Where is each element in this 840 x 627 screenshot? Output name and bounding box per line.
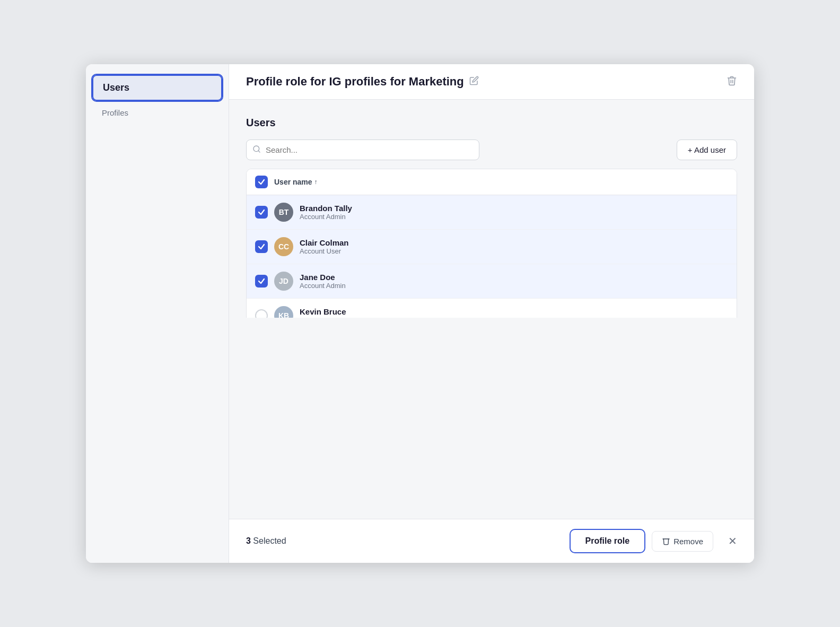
sidebar-item-profiles[interactable]: Profiles [86, 105, 229, 120]
table-header-row: User name ↑ [247, 169, 737, 195]
delete-icon[interactable] [727, 75, 737, 89]
add-user-label: + Add user [688, 145, 726, 154]
table-row: KB Kevin Bruce Account Admin [247, 299, 737, 318]
user-name: Jane Doe [300, 273, 346, 282]
avatar: JD [274, 272, 293, 291]
table-header-username: User name ↑ [274, 178, 318, 186]
main-content: Profile role for IG profiles for Marketi… [229, 64, 754, 563]
checkbox-unchecked[interactable] [255, 309, 268, 318]
checkbox-checked[interactable] [255, 275, 268, 288]
section-title: Users [246, 117, 737, 129]
user-role: Account User [300, 247, 349, 255]
user-info: Jane Doe Account Admin [300, 273, 346, 290]
row-checkbox-1[interactable] [255, 206, 274, 219]
user-role: Account Admin [300, 213, 352, 221]
svg-line-1 [258, 151, 260, 152]
header-checkbox[interactable] [255, 176, 268, 188]
add-user-button[interactable]: + Add user [677, 140, 737, 160]
users-table: User name ↑ BT [246, 169, 737, 318]
user-info: Kevin Bruce Account Admin [300, 307, 346, 318]
search-input[interactable] [246, 140, 479, 160]
remove-button[interactable]: Remove [652, 531, 713, 552]
edit-icon[interactable] [469, 76, 479, 88]
sort-icon[interactable]: ↑ [314, 178, 318, 186]
table-row: CC Clair Colman Account User [247, 230, 737, 264]
table-row: JD Jane Doe Account Admin [247, 264, 737, 299]
user-info: Brandon Tally Account Admin [300, 204, 352, 221]
main-layout: Users Profiles Profile role for IG profi… [86, 64, 754, 563]
profile-role-button[interactable]: Profile role [570, 529, 646, 553]
table-row: BT Brandon Tally Account Admin [247, 195, 737, 230]
user-name: Kevin Bruce [300, 307, 346, 316]
avatar: BT [274, 203, 293, 222]
header-title: Profile role for IG profiles for Marketi… [246, 75, 479, 89]
checkbox-checked[interactable] [255, 240, 268, 253]
user-role: Account Admin [300, 282, 346, 290]
search-input-wrap [246, 140, 479, 160]
bar-actions: Profile role Remove ✕ [570, 529, 737, 553]
search-icon [252, 145, 261, 155]
avatar: KB [274, 306, 293, 318]
user-name: Clair Colman [300, 238, 349, 247]
header: Profile role for IG profiles for Marketi… [229, 64, 754, 100]
app-window: Users Profiles Profile role for IG profi… [86, 64, 754, 563]
spacer [229, 318, 754, 519]
close-bar-button[interactable]: ✕ [728, 535, 737, 547]
search-row: + Add user [246, 140, 737, 160]
selection-bar: 3 Selected Profile role Remove ✕ [229, 519, 754, 563]
row-checkbox-4[interactable] [255, 309, 274, 318]
content-area: Users + Add user [229, 100, 754, 318]
user-info: Clair Colman Account User [300, 238, 349, 255]
sidebar: Users Profiles [86, 64, 229, 563]
row-checkbox-3[interactable] [255, 275, 274, 288]
avatar: CC [274, 237, 293, 256]
header-title-text: Profile role for IG profiles for Marketi… [246, 75, 464, 89]
sidebar-item-users[interactable]: Users [92, 75, 222, 101]
checkbox-checked[interactable] [255, 206, 268, 219]
row-checkbox-2[interactable] [255, 240, 274, 253]
selected-count: 3 Selected [246, 536, 286, 546]
user-name: Brandon Tally [300, 204, 352, 213]
header-checkbox-col [255, 176, 274, 188]
